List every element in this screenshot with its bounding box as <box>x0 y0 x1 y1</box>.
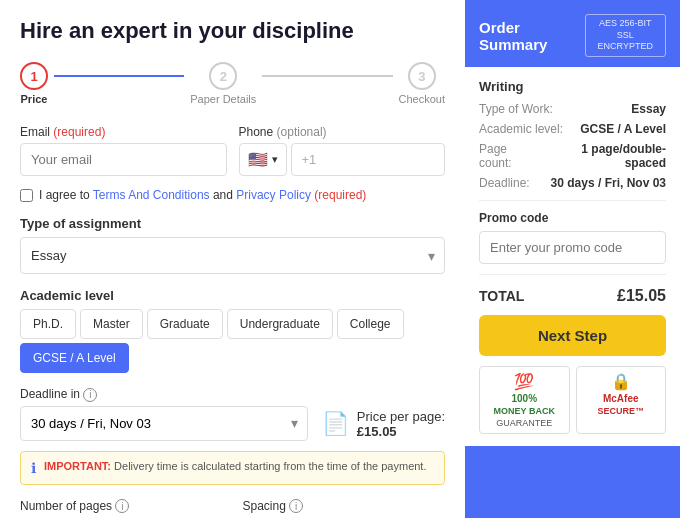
warning-text: IMPORTANT: Delivery time is calculated s… <box>44 460 426 472</box>
flag-icon: 🇺🇸 <box>248 150 268 169</box>
phone-input[interactable] <box>291 143 446 176</box>
pages-section: Number of pages i - + 275 words <box>20 499 223 519</box>
email-group: Email (required) <box>20 125 227 176</box>
terms-row: I agree to Terms And Conditions and Priv… <box>20 188 445 202</box>
total-label: TOTAL <box>479 288 524 304</box>
academic-level-buttons: Ph.D. Master Graduate Undergraduate Coll… <box>20 309 445 373</box>
steps-bar: 1 Price 2 Paper Details 3 Checkout <box>20 62 445 105</box>
spacing-info-icon[interactable]: i <box>289 499 303 513</box>
level-undergraduate[interactable]: Undergraduate <box>227 309 333 339</box>
email-required: (required) <box>53 125 105 139</box>
assignment-label: Type of assignment <box>20 216 445 231</box>
chevron-down-icon: ▾ <box>272 153 278 166</box>
page-icon: 📄 <box>322 411 349 437</box>
terms-link[interactable]: Terms And Conditions <box>93 188 210 202</box>
deadline-select-wrapper: 30 days / Fri, Nov 03 ▾ <box>20 406 308 441</box>
deadline-info-icon[interactable]: i <box>83 388 97 402</box>
summary-row-2: Page count: 1 page/double-spaced <box>479 142 666 170</box>
step-1-label: Price <box>21 93 48 105</box>
total-row: TOTAL £15.05 <box>479 287 666 305</box>
step-1-circle: 1 <box>20 62 48 90</box>
page-title: Hire an expert in your discipline <box>20 18 445 44</box>
money-back-icon: 💯 <box>514 372 534 391</box>
level-gcse[interactable]: GCSE / A Level <box>20 343 129 373</box>
email-input[interactable] <box>20 143 227 176</box>
step-2-circle: 2 <box>209 62 237 90</box>
summary-section-title: Writing <box>479 79 666 94</box>
step-3: 3 Checkout <box>399 62 445 105</box>
deadline-select[interactable]: 30 days / Fri, Nov 03 <box>20 406 308 441</box>
phone-optional: (optional) <box>277 125 327 139</box>
total-value: £15.05 <box>617 287 666 305</box>
terms-checkbox[interactable] <box>20 189 33 202</box>
level-college[interactable]: College <box>337 309 404 339</box>
terms-required: (required) <box>314 188 366 202</box>
promo-label: Promo code <box>479 211 666 225</box>
price-per-page-label: Price per page: <box>357 409 445 424</box>
sidebar-header: Order Summary AES 256-BIT SSL ENCRYPTED <box>465 0 680 67</box>
level-graduate[interactable]: Graduate <box>147 309 223 339</box>
trust-badges: 💯 100% MONEY BACK GUARANTEE 🔒 McAfee SEC… <box>479 366 666 434</box>
promo-input[interactable] <box>479 231 666 264</box>
price-per-page-section: 📄 Price per page: £15.05 <box>322 387 445 439</box>
mcafee-icon: 🔒 <box>611 372 631 391</box>
spacing-section: Spacing i Double Single <box>243 499 446 519</box>
summary-row-3: Deadline: 30 days / Fri, Nov 03 <box>479 176 666 190</box>
summary-row-1: Academic level: GCSE / A Level <box>479 122 666 136</box>
step-line-2 <box>262 75 392 77</box>
phone-label: Phone (optional) <box>239 125 446 139</box>
email-label: Email (required) <box>20 125 227 139</box>
assignment-select[interactable]: Essay <box>20 237 445 274</box>
warning-box: ℹ IMPORTANT: Delivery time is calculated… <box>20 451 445 485</box>
mcafee-badge: 🔒 McAfee SECURE™ <box>576 366 667 434</box>
ssl-badge: AES 256-BIT SSL ENCRYPTED <box>585 14 666 57</box>
pages-label: Number of pages i <box>20 499 223 514</box>
step-3-circle: 3 <box>408 62 436 90</box>
divider-2 <box>479 274 666 275</box>
phone-group: Phone (optional) 🇺🇸 ▾ <box>239 125 446 176</box>
sidebar-body: Writing Type of Work: Essay Academic lev… <box>465 67 680 446</box>
academic-level-label: Academic level <box>20 288 445 303</box>
order-summary-sidebar: Order Summary AES 256-BIT SSL ENCRYPTED … <box>465 0 680 518</box>
step-2-label: Paper Details <box>190 93 256 105</box>
pages-info-icon[interactable]: i <box>115 499 129 513</box>
sidebar-title: Order Summary <box>479 19 585 53</box>
assignment-select-wrapper: Essay ▾ <box>20 237 445 274</box>
next-step-button[interactable]: Next Step <box>479 315 666 356</box>
step-2: 2 Paper Details <box>190 62 256 105</box>
step-1: 1 Price <box>20 62 48 105</box>
deadline-section: Deadline in i 30 days / Fri, Nov 03 ▾ <box>20 387 308 441</box>
spacing-label: Spacing i <box>243 499 446 514</box>
country-selector[interactable]: 🇺🇸 ▾ <box>239 143 287 176</box>
money-back-badge: 💯 100% MONEY BACK GUARANTEE <box>479 366 570 434</box>
deadline-label: Deadline in i <box>20 387 308 402</box>
info-circle-icon: ℹ <box>31 460 36 476</box>
price-per-page-value: £15.05 <box>357 424 445 439</box>
summary-row-0: Type of Work: Essay <box>479 102 666 116</box>
divider-1 <box>479 200 666 201</box>
step-line-1 <box>54 75 184 77</box>
level-master[interactable]: Master <box>80 309 143 339</box>
privacy-link[interactable]: Privacy Policy <box>236 188 311 202</box>
level-phd[interactable]: Ph.D. <box>20 309 76 339</box>
terms-text: I agree to Terms And Conditions and Priv… <box>39 188 366 202</box>
step-3-label: Checkout <box>399 93 445 105</box>
price-per-page: Price per page: £15.05 <box>357 409 445 439</box>
